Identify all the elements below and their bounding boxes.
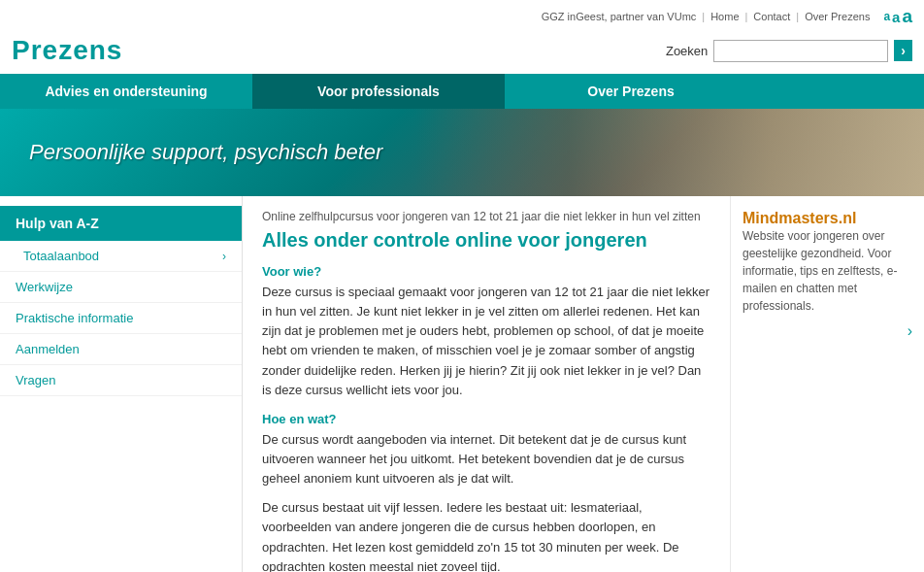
hero-banner: Persoonlijke support, psychisch beter [0, 109, 924, 196]
right-sidebar-description: Website voor jongeren over geestelijke g… [742, 227, 912, 315]
search-input[interactable] [713, 40, 888, 62]
search-area: Zoeken › [666, 40, 912, 62]
chevron-right-icon: › [222, 250, 226, 263]
main-content-area: Hulp van A-Z Totaalaanbod › Werkwijze Pr… [0, 196, 924, 572]
section3-text: De cursus bestaat uit vijf lessen. Ieder… [262, 498, 710, 572]
sep2: | [745, 11, 748, 22]
content-title: Alles onder controle online voor jongere… [262, 227, 710, 252]
sep1: | [702, 11, 705, 22]
top-bar: GGZ inGeest, partner van VUmc | Home | C… [0, 0, 924, 29]
main-navigation: Advies en ondersteuning Voor professiona… [0, 74, 924, 109]
sep3: | [796, 11, 799, 22]
right-more-arrow-container: › [742, 322, 912, 340]
nav-item-advies[interactable]: Advies en ondersteuning [0, 74, 252, 109]
section1-text: Deze cursus is speciaal gemaakt voor jon… [262, 283, 710, 400]
search-button[interactable]: › [894, 40, 912, 61]
section2-heading: Hoe en wat? [262, 412, 710, 426]
section1-heading: Voor wie? [262, 264, 710, 279]
sidebar-sub-item-totaalaanbod[interactable]: Totaalaanbod › [0, 241, 242, 272]
mindmasters-link[interactable]: Mindmasters.nl [742, 210, 856, 226]
font-med-button[interactable]: a [892, 9, 900, 25]
logo: Prezens [12, 35, 122, 66]
nav-item-over[interactable]: Over Prezens [505, 74, 757, 109]
hero-image-overlay [415, 109, 924, 196]
font-small-button[interactable]: a [883, 10, 890, 23]
font-size-controls: a a a [883, 6, 912, 27]
over-link[interactable]: Over Prezens [805, 11, 870, 22]
sidebar-item-aanmelden[interactable]: Aanmelden [0, 334, 242, 365]
partner-text: GGZ inGeest, partner van VUmc [542, 11, 697, 22]
right-sidebar: Mindmasters.nl Website voor jongeren ove… [730, 196, 924, 572]
home-link[interactable]: Home [710, 11, 739, 22]
header: Prezens Zoeken › [0, 29, 924, 74]
sidebar-item-vragen[interactable]: Vragen [0, 365, 242, 396]
font-large-button[interactable]: a [902, 6, 912, 27]
right-more-arrow-icon[interactable]: › [908, 322, 912, 340]
sidebar-active-item[interactable]: Hulp van A-Z [0, 206, 242, 241]
contact-link[interactable]: Contact [753, 11, 790, 22]
section2-text: De cursus wordt aangeboden via internet.… [262, 430, 710, 488]
content-subtitle: Online zelfhulpcursus voor jongeren van … [262, 210, 710, 223]
hero-text: Persoonlijke support, psychisch beter [29, 140, 382, 165]
sidebar-sub-label: Totaalaanbod [23, 249, 99, 263]
nav-item-professionals[interactable]: Voor professionals [252, 74, 505, 109]
sidebar-item-praktische-informatie[interactable]: Praktische informatie [0, 303, 242, 334]
search-label: Zoeken [666, 44, 708, 58]
sidebar: Hulp van A-Z Totaalaanbod › Werkwijze Pr… [0, 196, 243, 572]
page-content: Online zelfhulpcursus voor jongeren van … [243, 196, 730, 572]
sidebar-item-werkwijze[interactable]: Werkwijze [0, 272, 242, 303]
